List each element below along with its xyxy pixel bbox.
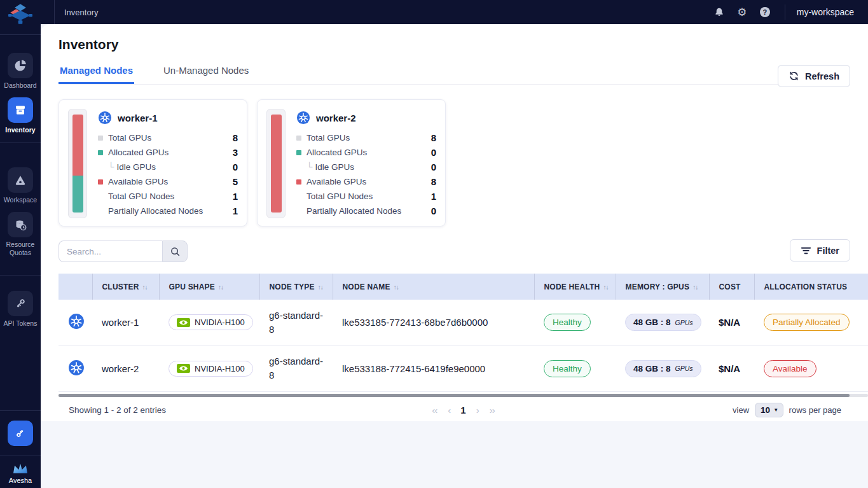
gpu-shape-badge: NVIDIA-H100 [169, 361, 253, 377]
tab-unmanaged-nodes[interactable]: Un-Managed Nodes [162, 61, 250, 84]
search-button[interactable] [162, 241, 188, 262]
sidebar-item-label: API Tokens [1, 319, 40, 328]
question-mark-icon: ? [760, 7, 770, 17]
last-page-button[interactable]: ›› [486, 403, 498, 417]
topbar-title: Inventory [64, 8, 98, 17]
memory-badge: 48 GB : 8 GPUs [625, 314, 701, 331]
legend-swatch-available [98, 179, 103, 185]
divider [0, 456, 41, 456]
refresh-label: Refresh [805, 71, 839, 81]
column-header-node-type[interactable]: NODE TYPE↑↓ [259, 274, 333, 300]
horizontal-scrollbar-track[interactable] [59, 394, 868, 397]
sort-icon[interactable]: ↑↓ [218, 284, 223, 291]
table-row[interactable]: worker-1 NVIDIA-H100 g6-standard-8 lke53… [59, 300, 868, 345]
stat-value: 0 [431, 206, 436, 216]
stat-label: Total GPU Nodes [108, 192, 174, 201]
topbar-actions: ⚙ ? my-workspace [711, 4, 868, 20]
column-header-node-health[interactable]: NODE HEALTH↑↓ [534, 274, 616, 300]
view-label: view [733, 405, 749, 415]
rows-per-page-select[interactable]: 10 [761, 405, 771, 415]
key-shortcut-button[interactable] [8, 421, 33, 446]
kubernetes-icon [68, 359, 85, 376]
divider [0, 143, 41, 143]
cluster-name: worker-2 [316, 113, 356, 123]
column-header-cluster[interactable]: CLUSTER↑↓ [92, 274, 159, 300]
divider [0, 34, 41, 35]
allocation-badge: Partially Allocated [764, 314, 850, 331]
node-type-cell: g6-standard-8 [259, 300, 333, 345]
stat-label: Available GPUs [307, 177, 366, 186]
gpu-usage-bar-track [266, 109, 286, 218]
sidebar-item-resource-quotas[interactable]: Resource Quotas [0, 212, 41, 257]
column-header-node-name[interactable]: NODE NAME↑↓ [333, 274, 534, 300]
health-badge: Healthy [544, 314, 591, 331]
stat-value: 8 [233, 132, 238, 143]
horizontal-scrollbar-thumb[interactable] [59, 394, 850, 397]
sort-icon[interactable]: ↑↓ [142, 284, 148, 291]
tab-managed-nodes[interactable]: Managed Nodes [59, 61, 134, 84]
app-logo[interactable] [0, 1, 41, 27]
legend-swatch-total [296, 136, 301, 141]
cluster-cell: worker-1 [92, 300, 159, 345]
settings-button[interactable]: ⚙ [734, 4, 750, 20]
help-button[interactable]: ? [757, 4, 773, 20]
health-badge: Healthy [544, 360, 591, 377]
next-page-button[interactable]: › [473, 403, 482, 417]
sort-icon[interactable]: ↑↓ [394, 284, 399, 291]
sidebar-item-dashboard[interactable]: Dashboard [0, 53, 41, 90]
rows-per-page-select-wrap[interactable]: 10 ▾ [755, 403, 783, 417]
kubernetes-icon [68, 313, 85, 330]
dashboard-tile [8, 53, 33, 78]
prev-page-button[interactable]: ‹ [444, 403, 453, 417]
sort-icon[interactable]: ↑↓ [318, 284, 323, 291]
table-row[interactable]: worker-2 NVIDIA-H100 g6-standard-8 lke53… [59, 345, 868, 391]
stat-value: 1 [233, 206, 238, 216]
allocation-status-cell: Partially Allocated [754, 300, 868, 345]
sidebar-item-workspace[interactable]: Workspace [0, 167, 41, 204]
kubernetes-icon [98, 111, 112, 125]
cluster-card-worker-2: worker-2 Total GPUs 8 Allocated GPUs 0 I… [257, 99, 446, 227]
stat-row: Partially Allocated Nodes 1 [98, 204, 238, 218]
gpu-usage-bar-track [68, 109, 87, 218]
sidebar-item-inventory[interactable]: Inventory [0, 97, 41, 134]
legend-swatch-none [98, 165, 103, 170]
stat-value: 3 [233, 147, 238, 158]
column-header-gpu-shape[interactable]: GPU SHAPE↑↓ [159, 274, 259, 300]
card-body: worker-1 Total GPUs 8 Allocated GPUs 3 I… [98, 109, 238, 217]
first-page-button[interactable]: ‹‹ [429, 403, 440, 417]
sort-icon[interactable]: ↑↓ [692, 284, 698, 291]
cost-cell: $N/A [709, 300, 754, 345]
legend-swatch-total [98, 136, 103, 141]
stat-row: Available GPUs 5 [98, 174, 238, 189]
sidebar-item-api-tokens[interactable]: API Tokens [0, 291, 41, 328]
column-header-memory-gpus[interactable]: MEMORY : GPUS↑↓ [616, 274, 709, 300]
bar-segment-available [271, 115, 282, 213]
sidebar-bottom: Avesha [0, 410, 41, 488]
legend-swatch-available [296, 179, 301, 185]
table-footer: Showing 1 - 2 of 2 entries ‹‹ ‹ 1 › ›› v… [59, 398, 868, 421]
gpu-usage-bar [72, 115, 83, 213]
workspace-icon [14, 174, 27, 186]
chevron-down-icon: ▾ [775, 407, 778, 413]
stat-row: Total GPUs 8 [296, 130, 436, 145]
key-icon [15, 428, 26, 439]
filter-button[interactable]: Filter [790, 239, 850, 261]
workspace-selector[interactable]: my-workspace [797, 7, 854, 17]
bell-icon [714, 7, 724, 18]
node-name-cell: lke533185-772413-68be7d6b0000 [333, 300, 534, 345]
nvidia-icon [177, 318, 190, 327]
cluster-name: worker-1 [118, 113, 158, 123]
stat-label: Total GPUs [307, 133, 350, 143]
memory-badge: 48 GB : 8 GPUs [625, 360, 701, 377]
sort-icon[interactable]: ↑↓ [603, 284, 608, 291]
stat-row: Available GPUs 8 [296, 174, 436, 189]
pie-chart-icon [14, 59, 27, 72]
legend-swatch-none [296, 209, 301, 214]
key-icon [14, 297, 27, 310]
search-input[interactable] [59, 241, 162, 262]
notifications-button[interactable] [711, 4, 727, 20]
filter-icon [801, 246, 811, 255]
refresh-button[interactable]: Refresh [778, 65, 850, 87]
main-panel: Inventory Managed Nodes Un-Managed Nodes… [41, 24, 868, 421]
node-type-cell: g6-standard-8 [259, 345, 333, 391]
